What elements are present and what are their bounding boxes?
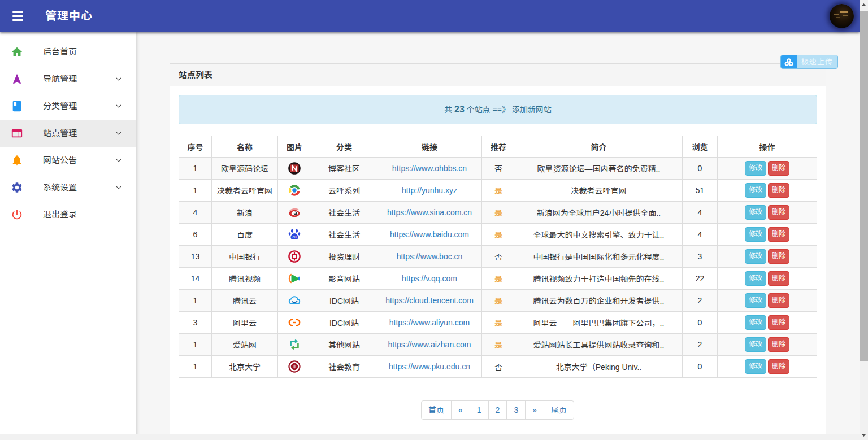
svg-text:du: du (292, 235, 297, 239)
